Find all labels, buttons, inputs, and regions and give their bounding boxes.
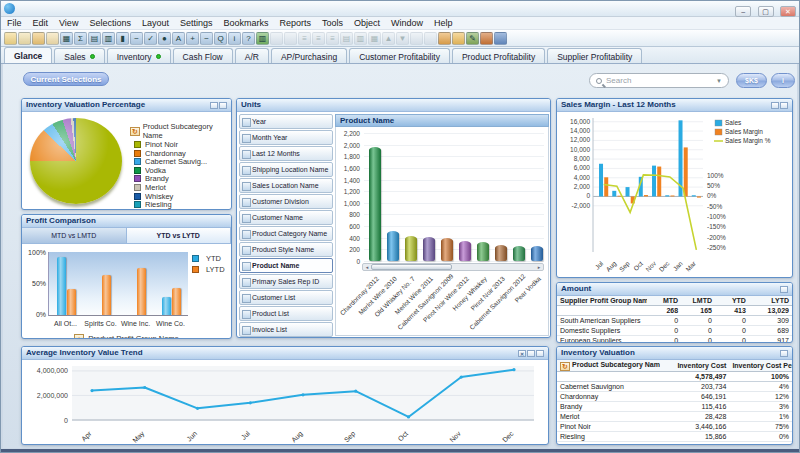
bar-jan[interactable] [684,147,688,196]
current-selections-button[interactable]: Current Selections [23,72,109,86]
table-row[interactable]: Cabernet Sauvignon203,7344% [557,382,792,392]
list-item-product-list[interactable]: Product List [239,306,333,321]
new-document-icon[interactable] [4,32,17,45]
chart-horizontal-scrollbar[interactable]: ◂▸ [362,263,544,271]
list-item-product-style-name[interactable]: Product Style Name [239,242,333,257]
open-icon[interactable] [18,32,31,45]
tab-ap-purchasing[interactable]: AP/Purchasing [271,48,347,63]
list-item-primary-sales-rep-id[interactable]: Primary Sales Rep ID [239,274,333,289]
maximize-button[interactable]: ▢ [758,6,774,17]
bar-mar[interactable] [697,196,701,197]
menu-item-settings[interactable]: Settings [180,17,213,29]
table-row[interactable]: Pinot Noir3,446,16675% [557,422,792,432]
scroll-right-arrow-icon[interactable]: ▸ [535,264,543,270]
bar-honey-whiskey[interactable] [477,242,489,261]
list-item-customer-list[interactable]: Customer List [239,290,333,305]
bar-dec[interactable] [670,196,674,197]
panel-print-icon[interactable] [527,350,535,357]
report-icon[interactable] [494,32,507,45]
search-placeholder[interactable]: Search [606,76,712,85]
panel-minimize-icon[interactable] [780,102,788,109]
bar-aug[interactable] [612,191,616,197]
bar-dec[interactable] [665,195,669,196]
bar-wine-co-lytd[interactable] [172,288,181,315]
search-dropdown-arrow-icon[interactable]: ▼ [716,78,722,84]
tab-sales[interactable]: Sales [54,48,104,63]
menu-item-edit[interactable]: Edit [33,17,49,29]
menu-item-tools[interactable]: Tools [322,17,343,29]
scroll-left-arrow-icon[interactable]: ◂ [363,264,371,270]
save-icon[interactable] [32,32,45,45]
info-tool-icon[interactable]: i [228,32,241,45]
column-header-ytd[interactable]: YTD [715,296,749,306]
bar-cabernet-sauvignon-2012[interactable] [513,246,525,261]
bar-sep[interactable] [626,187,630,196]
panel-minimize-icon[interactable] [219,102,227,109]
tab-supplier-profitability[interactable]: Supplier Profitability [547,48,642,63]
chart-wizard-icon[interactable]: ▥ [256,32,269,45]
panel-minimize-icon[interactable] [780,350,788,357]
bar-old-whiskey-no-7[interactable] [405,236,417,261]
list-item-month-year[interactable]: Month Year [239,130,333,145]
zoom-out-icon[interactable]: − [200,32,213,45]
table-row[interactable]: South American Suppliers000309 [557,316,792,326]
tab-inventory[interactable]: Inventory [107,48,171,63]
tab-glance[interactable]: Glance [4,47,52,63]
menu-item-layout[interactable]: Layout [142,17,169,29]
list-item-shipping-location-name[interactable]: Shipping Location Name [239,162,333,177]
list-item-customer-division[interactable]: Customer Division [239,194,333,209]
tab-product-profitability[interactable]: Product Profitability [452,48,545,63]
panel-close-icon[interactable]: ✕ [518,350,526,357]
bar-nov[interactable] [652,166,656,197]
table-row[interactable]: Chardonnay646,19112% [557,392,792,402]
bar-chart-icon[interactable]: ▮ [116,32,129,45]
menu-item-file[interactable]: File [7,17,22,29]
column-header-mtd[interactable]: MTD [647,296,681,306]
menu-item-object[interactable]: Object [354,17,380,29]
panel-print-icon[interactable] [771,102,779,109]
list-item-invoice-list[interactable]: Invoice List [239,322,333,337]
bar-wine-co-ytd[interactable] [162,297,171,315]
list-item-customer-name[interactable]: Customer Name [239,210,333,225]
table-row[interactable]: European Suppliers000917 [557,336,792,344]
table-row[interactable]: Merlot28,4281% [557,412,792,422]
menu-item-reports[interactable]: Reports [280,17,312,29]
menu-item-help[interactable]: Help [434,17,453,29]
menu-item-selections[interactable]: Selections [89,17,131,29]
column-header-inventory-cost-percentage[interactable]: Inventory Cost Percentage [729,360,792,372]
panel-minimize-icon[interactable] [536,350,544,357]
column-header-supplier-profit-group-name[interactable]: Supplier Profit Group Name [557,296,647,306]
list-item-last-12-months[interactable]: Last 12 Months [239,146,333,161]
list-item-product-category-name[interactable]: Product Category Name [239,226,333,241]
table-row[interactable]: Vodka198,8684% [557,442,792,446]
menu-item-window[interactable]: Window [391,17,423,29]
mail-icon[interactable] [46,32,59,45]
bar-jul[interactable] [604,177,608,196]
scrollbar-thumb[interactable] [371,264,452,270]
edit-sheet-icon[interactable]: ✎ [466,32,479,45]
table-icon[interactable]: ▦ [60,32,73,45]
close-button[interactable]: ✕ [780,6,796,17]
bar-spirits-co-lytd[interactable] [102,275,111,315]
bar-all-ot-ytd[interactable] [57,257,66,315]
tab-a-r[interactable]: A/R [235,48,269,63]
bar-cabernet-sauvignon-2009[interactable] [441,238,453,261]
tab-mtd-vs-lmtd[interactable]: MTD vs LMTD [22,228,127,243]
help-tool-icon[interactable]: ? [242,32,255,45]
chart-icon[interactable]: ▥ [102,32,115,45]
check-icon[interactable]: ✓ [144,32,157,45]
grid-icon[interactable]: ▤ [88,32,101,45]
zoom-in-icon[interactable]: + [186,32,199,45]
bar-merlot-wine-2011[interactable] [423,237,435,261]
search-tool-icon[interactable]: Q [214,32,227,45]
panel-print-icon[interactable] [210,102,218,109]
panel-minimize-icon[interactable] [780,286,788,293]
circle-icon[interactable]: ● [158,32,171,45]
tab-ytd-vs-lytd[interactable]: YTD vs LYTD [127,228,232,243]
column-header-lmtd[interactable]: LMTD [681,296,715,306]
list-item-sales-location-name[interactable]: Sales Location Name [239,178,333,193]
bar-pinot-noir-wine-2012[interactable] [459,241,471,261]
drill-up-icon[interactable]: ▲ [74,334,84,339]
minimize-button[interactable]: – [735,6,751,17]
currency-toggle-button[interactable]: $K$ [736,73,767,88]
